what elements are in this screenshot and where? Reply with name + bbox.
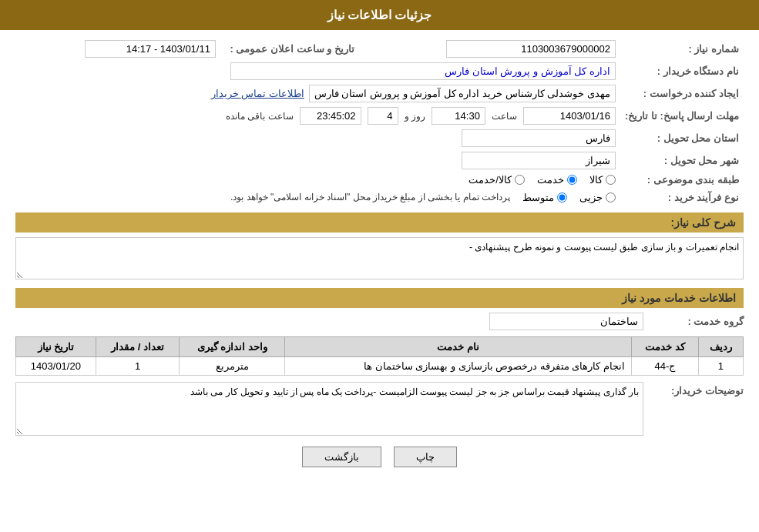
purchase-radio-motavasset[interactable] <box>557 192 567 202</box>
col-header-code: کد خدمت <box>632 337 699 357</box>
cell-row: 1 <box>698 357 743 376</box>
col-header-unit: واحد اندازه گیری <box>180 337 285 357</box>
services-section-title: اطلاعات خدمات مورد نیاز <box>15 288 744 308</box>
cell-unit: مترمربع <box>180 357 285 376</box>
purchase-type-label: نوع فرآیند خرید : <box>620 188 744 206</box>
category-radio-kala[interactable] <box>606 175 616 185</box>
announcement-value: 1403/01/11 - 14:17 <box>85 40 216 58</box>
category-label-kala-khedmat: کالا/خدمت <box>468 174 512 186</box>
province-label: استان محل تحویل : <box>620 127 744 149</box>
category-radio-kala-khedmat[interactable] <box>515 175 525 185</box>
category-label-kala: کالا <box>589 174 603 186</box>
category-option-khedmat[interactable]: خدمت <box>537 174 577 186</box>
deadline-time-label: ساعت <box>492 111 517 122</box>
contact-link[interactable]: اطلاعات تماس خریدار <box>211 88 304 99</box>
description-textarea[interactable]: انجام تعمیرات و باز سازی طبق لیست پیوست … <box>15 237 744 279</box>
purchase-type-radio-group: جزیی متوسط <box>522 192 616 203</box>
category-option-kala[interactable]: کالا <box>589 174 616 186</box>
services-table: ردیف کد خدمت نام خدمت واحد اندازه گیری ت… <box>15 336 744 376</box>
back-button[interactable]: بازگشت <box>302 447 381 467</box>
deadline-days-label: روز و <box>405 111 425 122</box>
purchase-label-jozi: جزیی <box>579 192 603 203</box>
page-header: جزئیات اطلاعات نیاز <box>0 0 759 30</box>
table-row: 1 ج-44 انجام کارهای متفرقه درخصوص بازساز… <box>16 357 744 376</box>
purchase-type-note: پرداخت تمام یا بخشی از مبلغ خریداز محل "… <box>230 192 510 202</box>
cell-date: 1403/01/20 <box>16 357 96 376</box>
deadline-remaining-label: ساعت باقی مانده <box>226 111 294 122</box>
announcement-label: تاریخ و ساعت اعلان عمومی : <box>220 38 359 60</box>
buyer-notes-label: توضیحات خریدار: <box>643 385 744 396</box>
buttons-row: چاپ بازگشت <box>15 447 744 467</box>
col-header-name: نام خدمت <box>285 337 632 357</box>
creator-value: مهدی خوشدلی کارشناس خرید اداره کل آموزش … <box>309 85 616 102</box>
purchase-radio-jozi[interactable] <box>606 192 616 202</box>
deadline-days: 4 <box>368 107 398 125</box>
purchase-label-motavasset: متوسط <box>522 192 554 203</box>
category-radio-group: کالا خدمت کالا/خدمت <box>20 174 616 186</box>
category-label-khedmat: خدمت <box>537 174 564 186</box>
service-group-label: گروه خدمت : <box>643 316 744 327</box>
city-label: شهر محل تحویل : <box>620 149 744 172</box>
deadline-date: 1403/01/16 <box>523 107 616 125</box>
print-button[interactable]: چاپ <box>394 447 457 467</box>
category-label: طبقه بندی موضوعی : <box>620 172 744 188</box>
request-number-label: شماره نیاز : <box>620 38 744 60</box>
col-header-count: تعداد / مقدار <box>96 337 180 357</box>
deadline-remaining: 23:45:02 <box>300 107 361 125</box>
cell-count: 1 <box>96 357 180 376</box>
cell-name: انجام کارهای متفرقه درخصوص بازسازی و بهس… <box>285 357 632 376</box>
service-group-value: ساختمان <box>489 313 643 330</box>
deadline-time: 14:30 <box>432 107 485 125</box>
purchase-type-jozi[interactable]: جزیی <box>579 192 616 203</box>
buyer-notes-textarea[interactable]: بار گذاری پیشنهاد قیمت براساس جز به جز ل… <box>15 382 643 436</box>
category-option-kala-khedmat[interactable]: کالا/خدمت <box>468 174 525 186</box>
org-name-value: اداره کل آموزش و پرورش استان فارس <box>230 62 616 80</box>
col-header-date: تاریخ نیاز <box>16 337 96 357</box>
province-value: فارس <box>462 129 616 147</box>
cell-code: ج-44 <box>632 357 699 376</box>
creator-label: ایجاد کننده درخواست : <box>620 82 744 105</box>
purchase-type-motavasset[interactable]: متوسط <box>522 192 567 203</box>
deadline-label: مهلت ارسال پاسخ: تا تاریخ: <box>620 105 744 127</box>
category-radio-khedmat[interactable] <box>567 175 577 185</box>
request-number-value: 1103003679000002 <box>446 40 616 58</box>
city-value: شیراز <box>462 152 616 169</box>
description-section-title: شرح کلی نیاز: <box>15 212 744 233</box>
col-header-row: ردیف <box>698 337 743 357</box>
org-name-label: نام دستگاه خریدار : <box>620 60 744 82</box>
